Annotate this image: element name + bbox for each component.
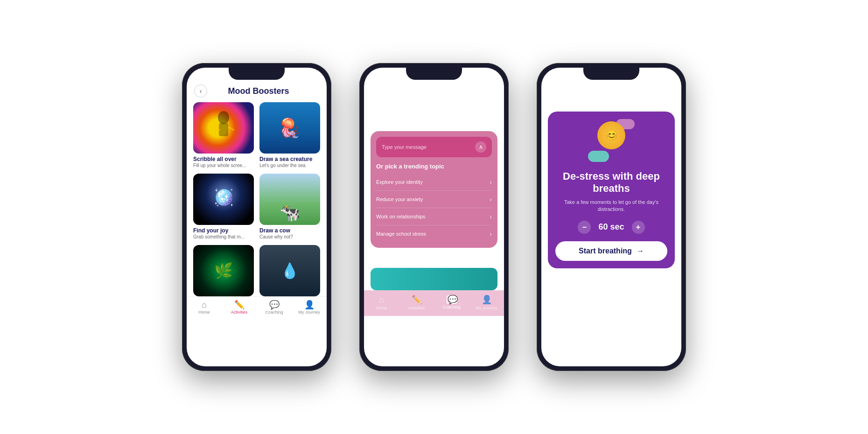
support-title: Need more support? xyxy=(371,254,497,264)
activity-card-leaves[interactable]: 🌿 xyxy=(193,245,254,296)
phone-1: ‹ Mood Boosters xyxy=(182,63,331,371)
activity-subtitle-scribble: Fill up your whole scree... xyxy=(193,163,254,168)
bottom-navigation-1: ⌂ Home ✏️ Activities 💬 Coaching 👤 My Jou… xyxy=(187,296,327,320)
activity-title-cow: Draw a cow xyxy=(259,227,320,234)
journey-icon: 👤 xyxy=(304,301,315,309)
close-button[interactable]: ✕ xyxy=(549,82,562,95)
topic-row-identity[interactable]: Explore your identity › xyxy=(376,174,492,191)
bottom-navigation-2: ⌂ Home ✏️ Activities 💬 Coaching 👤 My Jou… xyxy=(364,290,504,316)
activity-image-scribble xyxy=(193,102,254,154)
notch-2 xyxy=(406,68,462,80)
activity-card-jellyfish[interactable]: Draw a sea creature Let's go under the s… xyxy=(259,102,320,168)
nav-home[interactable]: ⌂ Home xyxy=(193,301,216,315)
notch-1 xyxy=(229,68,285,80)
topic-chevron-stress: › xyxy=(490,230,492,238)
home-icon: ⌂ xyxy=(202,301,207,309)
timer-value: 60 sec xyxy=(598,222,624,232)
start-breathing-arrow-icon: → xyxy=(637,247,644,255)
coaching-activities-icon: ✏️ xyxy=(412,294,422,305)
topic-label-relationships: Work on relationships xyxy=(376,214,426,219)
message-input-placeholder: Type your message xyxy=(382,144,427,150)
nav-coaching[interactable]: 💬 Coaching xyxy=(263,301,286,315)
topic-label-stress: Manage school stress xyxy=(376,231,426,237)
page-title: Mood Boosters xyxy=(211,86,306,96)
timer-increment-button[interactable]: + xyxy=(632,221,645,234)
activity-image-disco xyxy=(193,174,254,225)
activity-image-leaves: 🌿 xyxy=(193,245,254,296)
topic-row-stress[interactable]: Manage school stress › xyxy=(376,225,492,242)
coaching-topics-card: Type your message ∧ Or pick a trending t… xyxy=(371,131,497,248)
activity-image-cow xyxy=(259,174,320,225)
activity-card-scribble[interactable]: Scribble all over Fill up your whole scr… xyxy=(193,102,254,168)
start-breathing-button[interactable]: Start breathing → xyxy=(555,241,667,261)
nav-activities[interactable]: ✏️ Activities xyxy=(228,301,251,315)
activity-subtitle-jellyfish: Let's go under the sea xyxy=(259,163,320,168)
activity-title-scribble: Scribble all over xyxy=(193,156,254,162)
coaching-nav-journey[interactable]: 👤 My Journey xyxy=(475,294,498,310)
timer-row: − 60 sec + xyxy=(578,221,644,234)
activity-card-cow[interactable]: Draw a cow Cause why not? xyxy=(259,174,320,239)
nav-journey[interactable]: 👤 My Journey xyxy=(298,301,321,315)
dismiss-button[interactable]: Dismiss xyxy=(541,276,681,282)
topic-chevron-relationships: › xyxy=(490,213,492,220)
topic-label-anxiety: Reduce your anxiety xyxy=(376,196,423,202)
mascot-cloud-2 xyxy=(588,151,609,162)
trending-label: Or pick a trending topic xyxy=(376,163,492,170)
breathing-title: De-stress with deep breaths xyxy=(555,170,667,195)
svg-point-0 xyxy=(218,111,229,124)
coaching-nav-journey-label: My Journey xyxy=(476,306,497,310)
coaching-nav-activities[interactable]: ✏️ Activities xyxy=(405,294,428,310)
timer-decrement-button[interactable]: − xyxy=(578,221,591,234)
nav-activities-label: Activities xyxy=(231,310,248,315)
activity-image-jellyfish xyxy=(259,102,320,154)
topic-row-anxiety[interactable]: Reduce your anxiety › xyxy=(376,191,492,208)
coaching-nav-home[interactable]: ⌂ Home xyxy=(370,295,393,310)
notch-3 xyxy=(583,68,639,80)
nav-journey-label: My Journey xyxy=(298,310,320,315)
activity-title-jellyfish: Draw a sea creature xyxy=(259,156,320,162)
topic-chevron-anxiety: › xyxy=(490,196,492,203)
message-input-row[interactable]: Type your message ∧ xyxy=(376,137,492,157)
coaching-coaching-icon: 💬 xyxy=(447,295,457,304)
coaching-nav-coaching-label: Coaching xyxy=(442,305,460,309)
activities-icon: ✏️ xyxy=(234,301,245,309)
nav-home-label: Home xyxy=(198,310,210,315)
support-preview-image xyxy=(371,268,497,290)
activity-image-water: 💧 xyxy=(259,245,320,296)
activity-subtitle-cow: Cause why not? xyxy=(259,234,320,239)
mascot-sun: 😊 xyxy=(597,121,625,149)
coaching-nav-coaching[interactable]: 💬 Coaching xyxy=(440,295,463,309)
activity-subtitle-disco: Grab something that m... xyxy=(193,234,254,239)
activities-grid: Scribble all over Fill up your whole scr… xyxy=(187,102,327,296)
phone-2: Connect with a BeMe coach What skills do… xyxy=(359,63,509,371)
svg-line-3 xyxy=(228,127,234,130)
activity-title-disco: Find your joy xyxy=(193,227,254,234)
coaching-icon: 💬 xyxy=(269,301,280,309)
activity-card-disco[interactable]: Find your joy Grab something that m... xyxy=(193,174,254,239)
breathing-description: Take a few moments to let go of the day'… xyxy=(555,199,667,213)
nav-coaching-label: Coaching xyxy=(265,310,283,315)
topic-label-identity: Explore your identity xyxy=(376,179,423,185)
heart-logo xyxy=(541,84,681,105)
support-section: Need more support? xyxy=(364,248,504,290)
chevron-up-icon[interactable]: ∧ xyxy=(475,141,486,153)
coaching-home-icon: ⌂ xyxy=(379,295,384,305)
back-button[interactable]: ‹ xyxy=(194,84,207,98)
coaching-nav-home-label: Home xyxy=(376,306,387,310)
topic-chevron-identity: › xyxy=(490,178,492,186)
topic-row-relationships[interactable]: Work on relationships › xyxy=(376,208,492,225)
coaching-main-title: What skills do you want to learn? xyxy=(373,95,495,124)
coaching-nav-activities-label: Activities xyxy=(408,306,425,310)
coaching-subtitle: Connect with a BeMe coach xyxy=(373,84,495,90)
phone-3: ✕ 😊 De-stress with deep breaths Take a xyxy=(537,63,686,371)
breathing-card: 😊 De-stress with deep breaths Take a few… xyxy=(548,112,675,268)
start-breathing-label: Start breathing xyxy=(579,247,632,255)
breathing-mascot: 😊 xyxy=(588,119,635,166)
activity-card-water[interactable]: 💧 xyxy=(259,245,320,296)
coaching-journey-icon: 👤 xyxy=(482,294,492,305)
